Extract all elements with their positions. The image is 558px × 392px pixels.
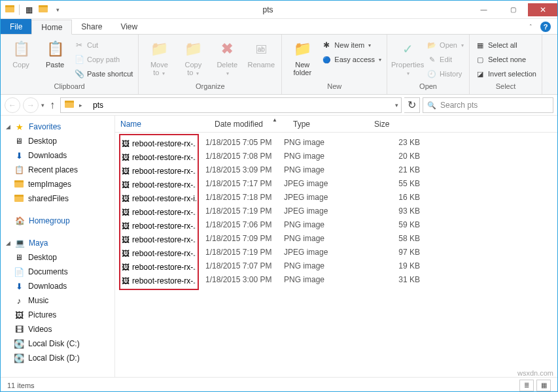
nav-item-desktop[interactable]: Desktop	[1, 134, 114, 148]
nav-item-pc-desktop[interactable]: Desktop	[1, 250, 114, 265]
close-button[interactable]: ✕	[528, 3, 557, 16]
qat-newfolder-icon[interactable]	[37, 3, 50, 16]
nav-favorites[interactable]: ◢★Favorites	[1, 120, 114, 134]
file-row[interactable]: reboot-restore-rx-...	[122, 274, 196, 287]
qat-properties-icon[interactable]: ▦	[22, 3, 35, 16]
file-list-area: Name ▲ Date modified Type Size reboot-re…	[115, 116, 557, 377]
move-to-icon	[148, 39, 169, 59]
column-headers: Name ▲ Date modified Type Size	[115, 116, 557, 133]
refresh-button[interactable]: ↻	[404, 97, 420, 113]
copy-button[interactable]: Copy	[6, 37, 36, 69]
explorer-icon	[3, 3, 16, 16]
file-size: 58 KB	[365, 234, 446, 243]
minimize-button[interactable]: —	[469, 3, 498, 16]
nav-item-downloads[interactable]: Downloads	[1, 148, 114, 163]
delete-button[interactable]: Delete▾	[212, 37, 242, 78]
nav-item-drive-c[interactable]: Local Disk (C:)	[1, 336, 114, 351]
open-button[interactable]: Open▾	[427, 39, 464, 52]
tab-share[interactable]: Share	[72, 19, 111, 34]
search-input[interactable]: Search pts	[423, 97, 553, 113]
open-icon	[427, 40, 437, 50]
file-row[interactable]: reboot-restore-rx-...	[122, 178, 196, 191]
file-type-icon	[122, 166, 130, 176]
copy-to-icon	[183, 39, 203, 59]
ribbon: Copy Paste Cut Copy path Paste shortcut …	[1, 35, 557, 95]
copy-path-button[interactable]: Copy path	[74, 53, 133, 66]
column-type[interactable]: Type	[288, 116, 369, 132]
file-row[interactable]: reboot-restore-rx-...	[122, 150, 196, 164]
edit-button[interactable]: Edit	[427, 53, 464, 66]
help-icon[interactable]: ?	[540, 22, 551, 32]
file-row[interactable]: reboot-restore-rx-...	[122, 164, 196, 178]
nav-forward-button[interactable]: →	[23, 97, 39, 113]
address-box[interactable]: ▸ pts ▾	[60, 97, 402, 113]
address-dropdown-icon[interactable]: ▾	[392, 102, 401, 108]
file-row[interactable]: reboot-restore-rx-...	[122, 137, 196, 150]
ribbon-tabs: File Home Share View ˄ ?	[1, 19, 557, 35]
paste-button[interactable]: Paste	[40, 37, 70, 69]
file-row-meta: 1/18/2015 7:06 PMPNG image59 KB	[205, 218, 446, 231]
nav-item-pc-downloads[interactable]: Downloads	[1, 279, 114, 293]
history-button[interactable]: History	[427, 67, 464, 80]
move-to-button[interactable]: Moveto ▾	[144, 37, 174, 78]
nav-item-tempimages[interactable]: tempImages	[1, 177, 114, 191]
column-name[interactable]: Name	[115, 116, 209, 132]
tab-view[interactable]: View	[111, 19, 147, 34]
file-type-icon	[122, 248, 130, 259]
nav-back-button[interactable]: ←	[5, 97, 20, 113]
file-row[interactable]: reboot-restore-rx-i...	[122, 191, 196, 205]
cut-button[interactable]: Cut	[74, 39, 133, 52]
file-row[interactable]: reboot-restore-rx-...	[122, 219, 196, 233]
rename-button[interactable]: Rename	[246, 37, 276, 69]
collapse-ribbon-icon[interactable]: ˄	[529, 24, 532, 30]
file-row[interactable]: reboot-restore-rx-...	[122, 205, 196, 219]
view-thumbnails-button[interactable]: ▦	[536, 380, 551, 391]
delete-icon	[217, 39, 237, 59]
invert-selection-button[interactable]: Invert selection	[475, 67, 536, 80]
file-type-icon	[122, 180, 130, 190]
nav-up-button[interactable]: ↑	[47, 99, 58, 111]
nav-item-documents[interactable]: 📄Documents	[1, 265, 114, 279]
new-folder-button[interactable]: Newfolder	[287, 37, 317, 76]
paste-shortcut-button[interactable]: Paste shortcut	[74, 67, 133, 80]
nav-item-sharedfiles[interactable]: sharedFiles	[1, 191, 114, 206]
nav-recent-dropdown[interactable]: ▾	[41, 102, 44, 108]
select-all-button[interactable]: Select all	[475, 39, 536, 52]
nav-item-drive-d[interactable]: Local Disk (D:)	[1, 351, 114, 365]
easy-access-button[interactable]: Easy access▾	[321, 53, 381, 66]
file-date: 1/18/2015 7:19 PM	[205, 248, 284, 257]
status-item-count: 11 items	[7, 382, 35, 389]
address-segment-pts[interactable]: pts	[89, 98, 107, 112]
downloads-icon	[14, 150, 24, 161]
file-date: 1/18/2015 7:19 PM	[205, 206, 284, 216]
file-date: 1/18/2015 7:18 PM	[205, 193, 284, 202]
view-details-button[interactable]: ≣	[519, 380, 534, 391]
file-type: PNG image	[284, 275, 365, 284]
nav-homegroup[interactable]: ◢Homegroup	[1, 214, 114, 228]
new-item-button[interactable]: New item▾	[321, 39, 381, 52]
copy-path-icon	[74, 54, 84, 65]
select-none-button[interactable]: Select none	[475, 53, 536, 66]
nav-item-pictures[interactable]: Pictures	[1, 308, 114, 322]
drive-icon	[14, 338, 24, 349]
tab-home[interactable]: Home	[31, 20, 72, 35]
nav-item-recent[interactable]: Recent places	[1, 163, 114, 177]
copy-to-button[interactable]: Copyto ▾	[178, 37, 208, 78]
tab-file[interactable]: File	[1, 19, 31, 34]
copy-icon	[10, 39, 31, 59]
nav-pc[interactable]: ◢Maya	[1, 236, 114, 250]
file-type: JPEG image	[284, 248, 365, 257]
watermark: wsxdn.com	[517, 369, 553, 377]
file-row[interactable]: reboot-restore-rx-...	[122, 260, 196, 274]
maximize-button[interactable]: ▢	[498, 3, 528, 16]
file-row[interactable]: reboot-restore-rx-...	[122, 246, 196, 260]
nav-item-videos[interactable]: Videos	[1, 322, 114, 336]
column-size[interactable]: Size	[369, 116, 450, 132]
properties-button[interactable]: Properties▾	[392, 37, 423, 78]
rename-icon	[251, 39, 271, 59]
file-row[interactable]: reboot-restore-rx-...	[122, 233, 196, 246]
nav-item-music[interactable]: Music	[1, 293, 114, 308]
file-size: 23 KB	[365, 138, 446, 147]
file-type: PNG image	[284, 220, 365, 229]
qat-dropdown-icon[interactable]: ▾	[51, 3, 64, 16]
